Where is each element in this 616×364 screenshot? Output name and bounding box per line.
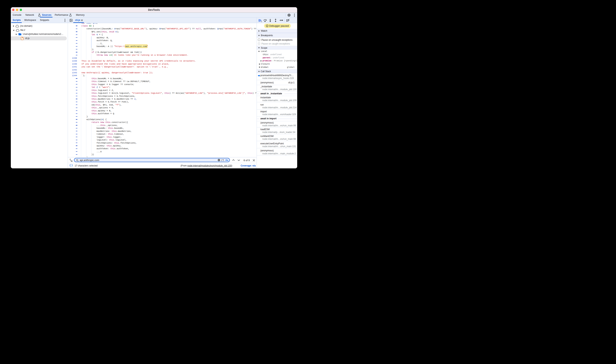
- svg-text:A: A: [70, 158, 71, 160]
